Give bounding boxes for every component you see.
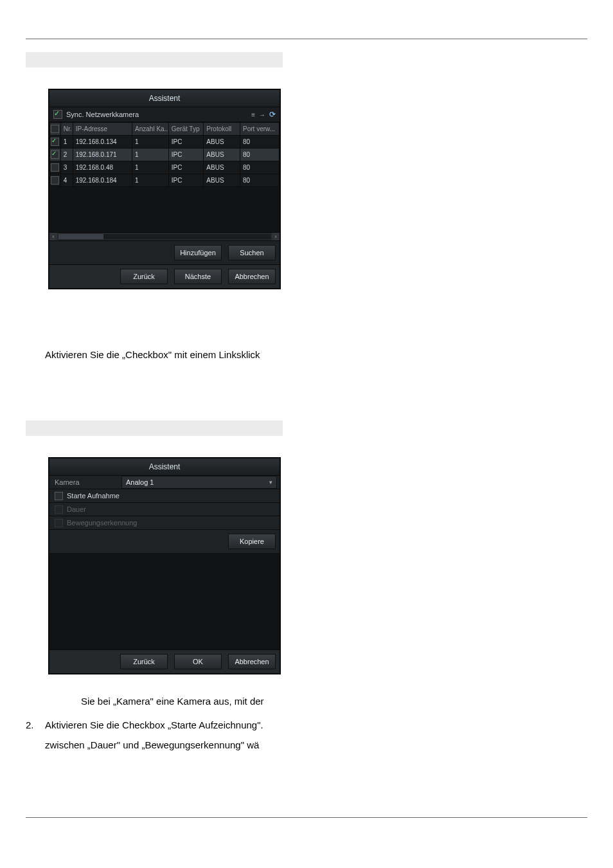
col-header-port: Port verw... [240, 123, 280, 136]
dauer-row: Dauer [49, 503, 280, 516]
scroll-thumb[interactable] [58, 234, 103, 239]
sync-netzwerkkamera-label: Sync. Netzwerkkamera [66, 111, 251, 118]
col-header-checkbox[interactable] [50, 123, 61, 136]
row-checkbox-cell[interactable] [50, 136, 61, 149]
cell-typ: IPC [168, 174, 204, 187]
assistent-window-netcam: Assistent Sync. Netzwerkkamera [49, 89, 280, 289]
suchen-button[interactable]: Suchen [228, 245, 276, 260]
arrow-icon [259, 111, 265, 118]
cell-proto: ABUS [204, 161, 240, 174]
cell-anzahl: 1 [132, 149, 169, 161]
row-checkbox-cell[interactable] [50, 149, 61, 161]
scroll-track[interactable] [58, 234, 271, 239]
bottom-rule [26, 817, 587, 818]
cell-proto: ABUS [204, 136, 240, 149]
row-checkbox[interactable] [51, 176, 59, 185]
refresh-icon[interactable] [269, 110, 276, 119]
naechste-button[interactable]: Nächste [174, 269, 222, 284]
kamera-select[interactable]: Analog 1 [121, 476, 277, 489]
table-row[interactable]: 1192.168.0.1341IPCABUS80 [50, 136, 280, 149]
kopiere-button[interactable]: Kopiere [228, 534, 276, 549]
scroll-right-button[interactable]: › [272, 233, 280, 240]
row-checkbox[interactable] [51, 138, 59, 146]
text-dauer-bewegung: zwischen „Dauer" und „Bewegungserkennung… [45, 738, 587, 752]
abbrechen-button[interactable]: Abbrechen [228, 269, 276, 284]
sync-netzwerkkamera-checkbox[interactable] [53, 110, 62, 119]
col-header-ip: IP-Adresse [73, 123, 132, 136]
instruction-checkbox-leftclick: Aktivieren Sie die „Checkbox" mit einem … [45, 348, 587, 361]
cell-typ: IPC [168, 149, 204, 161]
row-checkbox[interactable] [51, 163, 59, 172]
table-row[interactable]: 4192.168.0.1841IPCABUS80 [50, 174, 280, 187]
table-row[interactable]: 2192.168.0.1711IPCABUS80 [50, 149, 280, 161]
cell-proto: ABUS [204, 149, 240, 161]
section-header-bar-1 [26, 52, 283, 68]
zurueck-button[interactable]: Zurück [120, 269, 168, 284]
abbrechen-button-2[interactable]: Abbrechen [228, 654, 276, 669]
row-checkbox-cell[interactable] [50, 161, 61, 174]
assistent-window-record: Assistent Kamera Analog 1 Starte Aufnahm… [49, 458, 280, 674]
ok-button[interactable]: OK [174, 654, 222, 669]
kamera-row: Kamera Analog 1 [49, 476, 280, 489]
starte-aufnahme-checkbox[interactable] [55, 492, 63, 500]
section-header-bar-2 [26, 420, 283, 436]
cell-ip: 192.168.0.184 [73, 174, 132, 187]
scroll-left-button[interactable]: ‹ [49, 233, 57, 240]
cell-typ: IPC [168, 161, 204, 174]
cell-anzahl: 1 [132, 136, 169, 149]
list-icon[interactable] [251, 111, 255, 118]
cell-ip: 192.168.0.48 [73, 161, 132, 174]
text-select-kamera: Sie bei „Kamera" eine Kamera aus, mit de… [81, 694, 587, 708]
kamera-select-value: Analog 1 [126, 478, 154, 486]
table-row[interactable]: 3192.168.0.481IPCABUS80 [50, 161, 280, 174]
table-empty-area [49, 187, 280, 232]
cell-port: 80 [240, 174, 280, 187]
dauer-checkbox[interactable] [55, 505, 63, 514]
cell-nr: 3 [60, 161, 73, 174]
cell-nr: 2 [60, 149, 73, 161]
cell-proto: ABUS [204, 174, 240, 187]
assistent-title-2: Assistent [49, 458, 280, 476]
col-header-typ: Gerät Typ [168, 123, 204, 136]
row-checkbox[interactable] [51, 150, 59, 159]
step-2-text: Aktivieren Sie die Checkbox „Starte Aufz… [45, 719, 263, 730]
dauer-label: Dauer [67, 505, 86, 513]
bewegungserkennung-label: Bewegungserkennung [67, 519, 137, 527]
col-header-nr: Nr. [60, 123, 73, 136]
cell-anzahl: 1 [132, 161, 169, 174]
bewegungserkennung-row: Bewegungserkennung [49, 516, 280, 530]
kamera-label: Kamera [49, 478, 119, 486]
cell-ip: 192.168.0.171 [73, 149, 132, 161]
col-header-anzahl: Anzahl Ka... [132, 123, 169, 136]
step-2: 2. Aktivieren Sie die Checkbox „Starte A… [26, 719, 587, 730]
cell-anzahl: 1 [132, 174, 169, 187]
cell-typ: IPC [168, 136, 204, 149]
cell-port: 80 [240, 149, 280, 161]
row-checkbox-cell[interactable] [50, 174, 61, 187]
camera-table: Nr. IP-Adresse Anzahl Ka... Gerät Typ Pr… [49, 122, 280, 187]
cell-port: 80 [240, 161, 280, 174]
hinzufuegen-button[interactable]: Hinzufügen [174, 245, 222, 260]
starte-aufnahme-label: Starte Aufnahme [67, 492, 120, 500]
cell-nr: 1 [60, 136, 73, 149]
cell-nr: 4 [60, 174, 73, 187]
cell-ip: 192.168.0.134 [73, 136, 132, 149]
top-rule [26, 39, 587, 39]
sync-netzwerkkamera-row: Sync. Netzwerkkamera [49, 107, 280, 122]
cell-port: 80 [240, 136, 280, 149]
starte-aufnahme-row: Starte Aufnahme [49, 489, 280, 503]
bewegungserkennung-checkbox[interactable] [55, 519, 63, 527]
horizontal-scrollbar[interactable]: ‹ › [49, 232, 280, 241]
step-2-number: 2. [26, 719, 45, 730]
record-empty-area [49, 553, 280, 649]
col-header-proto: Protokoll [204, 123, 240, 136]
zurueck-button-2[interactable]: Zurück [120, 654, 168, 669]
assistent-title: Assistent [49, 90, 280, 107]
